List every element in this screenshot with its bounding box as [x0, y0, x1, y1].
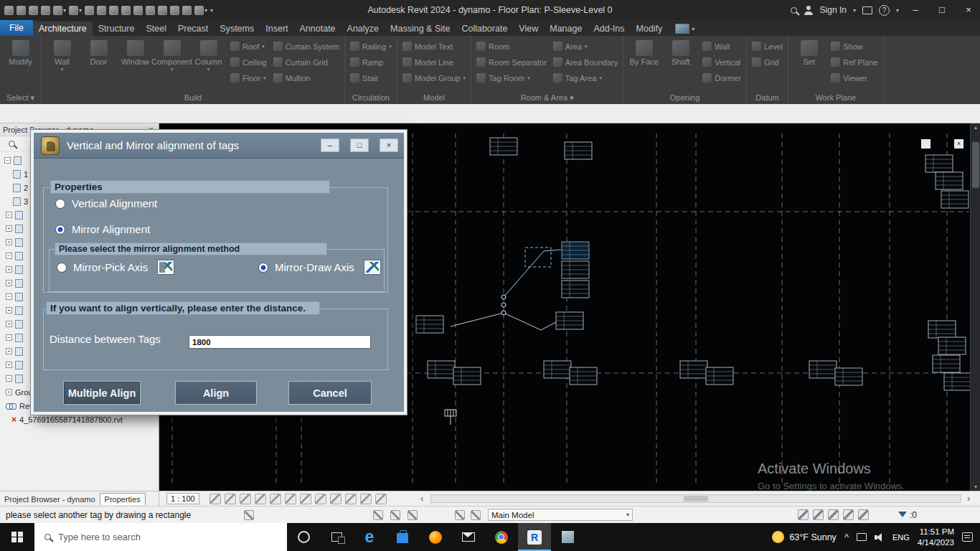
- maximize-button[interactable]: □: [932, 0, 952, 20]
- store-taskbar-button[interactable]: [386, 523, 419, 551]
- ribbon-button-dormer[interactable]: Dormer: [700, 70, 743, 85]
- tree-expand-icon[interactable]: +: [6, 307, 12, 314]
- help-icon[interactable]: ?: [879, 5, 890, 16]
- ribbon-tab-steel[interactable]: Steel: [140, 22, 172, 36]
- ribbon-button-viewer[interactable]: Viewer: [829, 70, 880, 85]
- weather-widget[interactable]: 63°F Sunny: [772, 531, 836, 543]
- design-options-dropdown[interactable]: Main Model ▾: [488, 509, 633, 521]
- vertical-scrollbar[interactable]: ▲ ▼: [970, 123, 980, 491]
- ribbon-tab-analyze[interactable]: Analyze: [341, 22, 385, 36]
- default-3d-view-button[interactable]: [146, 6, 155, 15]
- detail-level-icon[interactable]: [209, 494, 221, 504]
- sync-with-central-button[interactable]: [41, 6, 50, 15]
- taskbar-search[interactable]: [34, 523, 287, 551]
- cancel-button[interactable]: Cancel: [288, 381, 372, 405]
- qat-customize-arrow[interactable]: ▾: [210, 7, 213, 14]
- ribbon-button-vertical[interactable]: Vertical: [700, 55, 743, 70]
- tree-expand-icon[interactable]: +: [6, 389, 12, 395]
- scroll-left-arrow[interactable]: ‹: [420, 493, 423, 504]
- mirror-pick-axis-radio[interactable]: [57, 263, 67, 273]
- ribbon-tab-precast[interactable]: Precast: [172, 22, 214, 36]
- mail-taskbar-button[interactable]: [452, 523, 485, 551]
- thin-lines-button[interactable]: [170, 6, 179, 15]
- ribbon-button-wall[interactable]: Wall: [700, 39, 743, 54]
- undo-menu-arrow[interactable]: ▾: [63, 7, 66, 14]
- taskbar-search-input[interactable]: [58, 532, 259, 542]
- ribbon-button-level[interactable]: Level: [750, 39, 785, 54]
- crop-view-icon[interactable]: [270, 494, 281, 504]
- distance-input[interactable]: [189, 335, 371, 349]
- select-underlay-elements-icon[interactable]: [813, 509, 824, 520]
- scroll-down-arrow[interactable]: ▼: [971, 484, 980, 489]
- section-button[interactable]: [158, 6, 167, 15]
- visual-style-icon[interactable]: [225, 494, 236, 504]
- ribbon-button-area[interactable]: Area▾: [551, 39, 620, 54]
- ribbon-button-modify[interactable]: Modify: [3, 38, 38, 66]
- redo-button[interactable]: ▾: [69, 6, 82, 15]
- aligned-dimension-button[interactable]: [109, 6, 118, 15]
- ribbon-tab-insert[interactable]: Insert: [260, 22, 293, 36]
- close-button[interactable]: ×: [958, 0, 979, 20]
- ribbon-button-railing[interactable]: Railing▾: [348, 39, 394, 54]
- autodesk-app-store-icon[interactable]: [862, 6, 872, 14]
- mirror-pick-axis-option[interactable]: Mirror-Pick Axis: [57, 260, 174, 275]
- language-label[interactable]: ENG: [892, 533, 910, 542]
- ribbon-button-tag-area[interactable]: Tag Area▾: [551, 70, 620, 85]
- select-pinned-elements-icon[interactable]: [828, 509, 839, 520]
- action-center-icon[interactable]: [962, 532, 973, 542]
- panel-tab-properties[interactable]: Properties: [100, 493, 146, 505]
- start-button[interactable]: [0, 523, 34, 551]
- ribbon-button-area-boundary[interactable]: Area Boundary: [551, 55, 620, 70]
- filter-icon[interactable]: [898, 512, 907, 517]
- ribbon-button-model-group[interactable]: Model Group▾: [400, 70, 468, 85]
- redo-menu-arrow[interactable]: ▾: [79, 7, 82, 14]
- worksharing-display-icon[interactable]: [375, 494, 387, 504]
- ribbon-tab-manage[interactable]: Manage: [544, 22, 588, 36]
- ribbon-button-room-separator[interactable]: Room Separator: [474, 55, 549, 70]
- ribbon-button-stair[interactable]: Stair: [348, 70, 394, 85]
- revit-home-button[interactable]: [4, 6, 14, 15]
- status-icon-2[interactable]: [390, 510, 400, 520]
- reveal-constraints-icon[interactable]: [360, 494, 372, 504]
- dialog-maximize-button[interactable]: □: [350, 138, 369, 152]
- tree-expand-icon[interactable]: +: [6, 225, 12, 232]
- firefox-taskbar-button[interactable]: [419, 523, 452, 551]
- sign-in-menu-arrow[interactable]: ▾: [853, 7, 856, 14]
- tree-expand-icon[interactable]: +: [6, 362, 12, 368]
- ribbon-button-ramp[interactable]: Ramp: [348, 55, 394, 70]
- status-icon-1[interactable]: [373, 510, 383, 520]
- ribbon-button-roof[interactable]: Roof▾: [228, 39, 269, 54]
- undo-button[interactable]: ▾: [53, 6, 66, 15]
- worksets-icon[interactable]: [455, 510, 465, 520]
- tree-expand-icon[interactable]: +: [6, 239, 12, 245]
- ribbon-button-set[interactable]: Set: [791, 38, 826, 66]
- ribbon-button-model-line[interactable]: Model Line: [400, 55, 468, 70]
- minimize-button[interactable]: –: [905, 0, 925, 20]
- select-links-icon[interactable]: [798, 509, 809, 520]
- tree-expand-icon[interactable]: +: [6, 280, 12, 286]
- status-icon-3[interactable]: [407, 510, 418, 520]
- close-hidden-windows-button[interactable]: [182, 6, 192, 15]
- file-tab[interactable]: File: [0, 20, 33, 36]
- tray-expand-arrow[interactable]: ^: [844, 532, 849, 542]
- ribbon-tab-collaborate[interactable]: Collaborate: [456, 22, 513, 36]
- cortana-taskbar-button[interactable]: [287, 523, 320, 551]
- ribbon-button-window[interactable]: Window: [118, 38, 153, 72]
- ribbon-button-door[interactable]: Door: [81, 38, 116, 72]
- scroll-up-arrow[interactable]: ▲: [971, 125, 980, 130]
- ribbon-tab-view[interactable]: View: [513, 22, 544, 36]
- ribbon-tab-massing-site[interactable]: Massing & Site: [385, 22, 456, 36]
- tree-expand-icon[interactable]: −: [6, 253, 12, 259]
- switch-windows-menu-arrow[interactable]: ▾: [204, 7, 207, 14]
- ribbon-button-by-face[interactable]: By Face: [626, 38, 661, 66]
- drag-elements-on-selection-icon[interactable]: [858, 509, 869, 520]
- edge-taskbar-button[interactable]: [353, 523, 386, 551]
- ribbon-tab-add-ins[interactable]: Add-Ins: [588, 22, 630, 36]
- mirror-alignment-option[interactable]: Mirror Alignment: [55, 223, 150, 235]
- chrome-taskbar-button[interactable]: [485, 523, 518, 551]
- text-button[interactable]: [133, 6, 143, 15]
- tag-by-category-button[interactable]: [121, 6, 131, 15]
- tree-expand-icon[interactable]: +: [6, 348, 12, 354]
- tree-expand-icon[interactable]: −: [4, 157, 11, 164]
- scroll-right-arrow[interactable]: ›: [967, 493, 970, 504]
